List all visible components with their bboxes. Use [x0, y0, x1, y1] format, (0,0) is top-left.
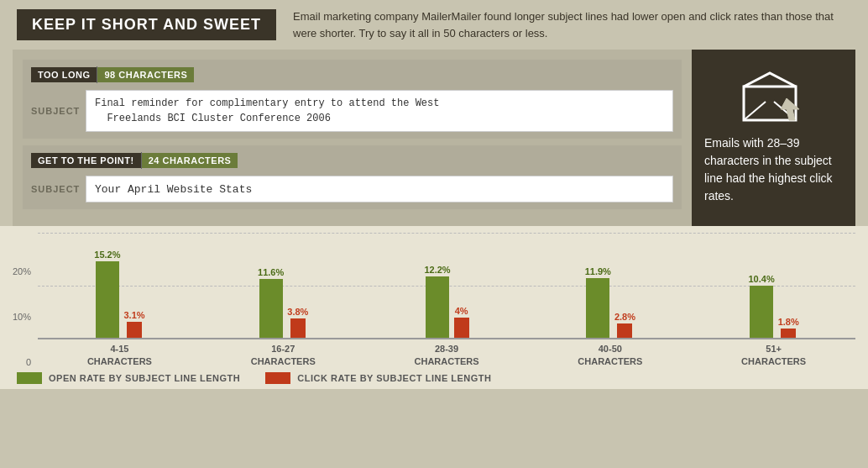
- bar-green-2-wrap: 11.6%: [258, 233, 284, 338]
- main-section: TOO LONG 98 CHARACTERS SUBJECT Final rem…: [0, 50, 868, 226]
- bar-green-1: [96, 261, 119, 338]
- bar-green-4-wrap: 11.9%: [585, 233, 611, 338]
- bar-green-3-value: 12.2%: [424, 265, 450, 275]
- bar-red-4-value: 2.8%: [614, 312, 635, 322]
- tag-row-1: TOO LONG 98 CHARACTERS: [31, 66, 673, 83]
- subject-label-1: SUBJECT: [31, 106, 77, 116]
- x-axis-labels: 4-15 CHARACTERS 16-27 CHARACTERS 28-39 C…: [38, 343, 855, 367]
- svg-line-1: [744, 102, 766, 120]
- subject-field-1: Final reminder for complimentary entry t…: [86, 90, 673, 132]
- legend-red-label: CLICK RATE BY SUBJECT LINE LENGTH: [297, 373, 491, 383]
- bar-green-2: [259, 279, 283, 338]
- bar-red-3-wrap: 4%: [454, 233, 469, 338]
- bar-green-3: [426, 276, 449, 338]
- panel-get-to-point: GET TO THE POINT! 24 CHARACTERS SUBJECT …: [23, 145, 682, 209]
- right-info-box: Emails with 28–39 characters in the subj…: [692, 50, 855, 226]
- envelope-icon: [740, 71, 808, 126]
- header-title: KEEP IT SHORT AND SWEET: [32, 16, 261, 33]
- legend-swatch-green: [17, 372, 42, 384]
- bar-red-1-wrap: 3.1%: [123, 233, 144, 338]
- x-label-5: 51+ CHARACTERS: [692, 343, 855, 367]
- x-label-1: 4-15 CHARACTERS: [38, 343, 201, 367]
- subject-row-2: SUBJECT Your April Website Stats: [31, 176, 673, 202]
- bar-red-1-value: 3.1%: [123, 310, 144, 320]
- y-label-20: 20%: [13, 266, 31, 276]
- bar-red-3-value: 4%: [455, 306, 468, 316]
- chart-container: 20% 10% 0 15.2% 3.1%: [13, 233, 855, 367]
- chart-bars-section: 15.2% 3.1% 11.6% 3.8%: [38, 233, 855, 367]
- bar-green-4-value: 11.9%: [585, 266, 611, 276]
- tag-too-long: TOO LONG: [31, 67, 97, 82]
- subject-panels: TOO LONG 98 CHARACTERS SUBJECT Final rem…: [13, 50, 692, 226]
- legend-green-label: OPEN RATE BY SUBJECT LINE LENGTH: [49, 373, 240, 383]
- bar-red-5: [781, 329, 796, 338]
- bar-green-5-value: 10.4%: [748, 274, 774, 284]
- bar-red-2-wrap: 3.8%: [287, 233, 308, 338]
- y-axis: 20% 10% 0: [13, 266, 31, 367]
- bar-red-4: [617, 323, 632, 338]
- bar-green-2-value: 11.6%: [258, 267, 284, 277]
- bar-green-5-wrap: 10.4%: [748, 233, 774, 338]
- bar-red-1: [127, 322, 142, 338]
- x-label-3: 28-39 CHARACTERS: [365, 343, 529, 367]
- bars-row: 15.2% 3.1% 11.6% 3.8%: [38, 233, 855, 339]
- panel-too-long: TOO LONG 98 CHARACTERS SUBJECT Final rem…: [23, 60, 682, 139]
- bar-red-4-wrap: 2.8%: [614, 233, 635, 338]
- tag-get-to-point: GET TO THE POINT!: [31, 153, 141, 168]
- bar-red-3: [454, 318, 469, 338]
- subject-field-2: Your April Website Stats: [86, 176, 673, 202]
- bar-red-5-value: 1.8%: [778, 317, 799, 327]
- bar-green-1-value: 15.2%: [94, 250, 120, 260]
- legend-red: CLICK RATE BY SUBJECT LINE LENGTH: [265, 372, 491, 384]
- bar-red-2-value: 3.8%: [287, 307, 308, 317]
- bar-green-1-wrap: 15.2%: [94, 233, 120, 338]
- header-description: Email marketing company MailerMailer fou…: [293, 8, 851, 41]
- tag-98-chars: 98 CHARACTERS: [97, 67, 194, 82]
- right-box-text: Emails with 28–39 characters in the subj…: [704, 134, 843, 205]
- x-label-2: 16-27 CHARACTERS: [201, 343, 365, 367]
- subject-row-1: SUBJECT Final reminder for complimentary…: [31, 90, 673, 132]
- legend-green: OPEN RATE BY SUBJECT LINE LENGTH: [17, 372, 240, 384]
- header: KEEP IT SHORT AND SWEET Email marketing …: [0, 0, 868, 50]
- legend: OPEN RATE BY SUBJECT LINE LENGTH CLICK R…: [0, 367, 868, 389]
- tag-24-chars: 24 CHARACTERS: [142, 153, 238, 168]
- subject-label-2: SUBJECT: [31, 184, 77, 194]
- bar-red-5-wrap: 1.8%: [778, 233, 799, 338]
- header-title-box: KEEP IT SHORT AND SWEET: [17, 9, 276, 40]
- chart-section: 20% 10% 0 15.2% 3.1%: [0, 226, 868, 367]
- bar-green-4: [586, 278, 609, 338]
- legend-swatch-red: [265, 372, 290, 384]
- bar-group-1: 15.2% 3.1%: [38, 233, 201, 338]
- bar-green-3-wrap: 12.2%: [424, 233, 450, 338]
- bar-green-5: [750, 286, 773, 338]
- y-label-0: 0: [26, 357, 31, 367]
- bar-red-2: [290, 318, 306, 338]
- tag-row-2: GET TO THE POINT! 24 CHARACTERS: [31, 152, 673, 169]
- y-label-10: 10%: [13, 312, 31, 322]
- x-label-4: 40-50 CHARACTERS: [528, 343, 692, 367]
